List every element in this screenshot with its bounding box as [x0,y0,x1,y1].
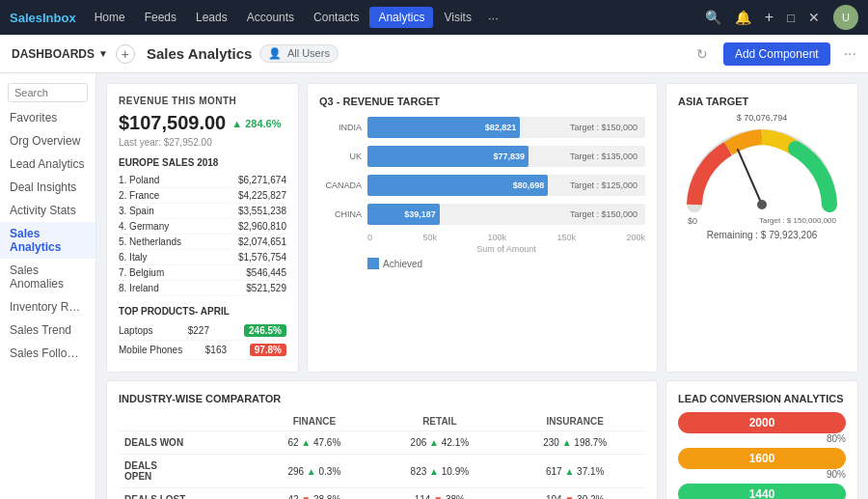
nav-home[interactable]: Home [86,7,134,28]
q3-card: Q3 - REVENUE TARGET INDIA $82,821 Target… [307,83,658,373]
sidebar-item-activity-stats[interactable]: Activity Stats [0,199,95,222]
avatar: U [833,5,858,30]
europe-list-item: 6. Italy$1,576,754 [119,250,286,265]
q3-bar-row: CANADA $80,698 Target : $125,000 [319,175,645,196]
refresh-button[interactable]: ↻ [696,46,708,62]
q3-bar-chart: INDIA $82,821 Target : $150,000 UK $77,8… [319,117,645,225]
bell-icon[interactable]: 🔔 [735,10,751,25]
industry-table-row: DEALS OPEN 296 ▲ 0.3% 823 ▲ 10.9% 617 ▲ … [119,455,645,488]
gauge-container [680,123,844,214]
add-dashboard-button[interactable]: + [116,44,135,64]
lead-card: LEAD CONVERSION ANALYTICS 200080%160090%… [665,380,858,499]
sidebar-search-input[interactable] [8,83,88,102]
lead-bar-item: 200080% [678,412,846,444]
revenue-change: ▲ 284.6% [231,118,281,129]
product-row: Laptops$227246.5% [119,321,286,341]
top-nav: SalesInbox Home Feeds Leads Accounts Con… [0,0,868,35]
sidebar-item-sales-analytics[interactable]: Sales Analytics [0,222,95,259]
row-2: INDUSTRY-WISE COMPARATOR FINANCE RETAIL … [106,380,858,499]
europe-list-item: 2. France$4,225,827 [119,188,286,204]
left-panel: REVENUE THIS MONTH $107,509.00 ▲ 284.6% … [106,83,299,373]
q3-title: Q3 - REVENUE TARGET [319,96,645,107]
europe-list: 1. Poland$6,271,6742. France$4,225,8273.… [119,173,286,296]
industry-table-row: DEALS LOST 42 ▼ 28.8% 114 ▼ 38% 104 ▼ 30… [119,488,645,500]
q3-y-label: Sum of Amount [367,244,645,254]
dashboards-button[interactable]: DASHBOARDS ▼ [12,47,108,61]
lead-bar-item: 160090% [678,448,846,480]
sidebar-item-inventory-reports[interactable]: Inventory Reports [0,295,95,319]
user-filter-icon: 👤 [268,47,282,59]
q3-bar-row: CHINA $39,187 Target : $150,000 [319,204,645,225]
lead-bars: 200080%160090%144075%1080 [678,412,846,499]
close-icon[interactable]: ✕ [808,10,820,25]
sidebar-item-sales-anomalies[interactable]: Sales Anomalies [0,259,95,295]
europe-list-item: 4. Germany$2,960,810 [119,219,286,235]
industry-card: INDUSTRY-WISE COMPARATOR FINANCE RETAIL … [106,380,658,499]
europe-list-item: 3. Spain$3,551,238 [119,204,286,219]
sidebar-item-sales-followup[interactable]: Sales Follow-up T [0,342,95,365]
sidebar: Favorites Org Overview Lead Analytics De… [0,73,96,499]
window-icon[interactable]: □ [787,11,795,25]
sidebar-item-favorites[interactable]: Favorites [0,106,95,129]
nav-contacts[interactable]: Contacts [305,7,367,28]
asia-top-label: $ 70,076,794 [678,113,846,123]
industry-table-row: DEALS WON 62 ▲ 47.6% 206 ▲ 42.1% 230 ▲ 1… [119,431,645,455]
sidebar-item-lead-analytics[interactable]: Lead Analytics [0,152,95,176]
search-icon[interactable]: 🔍 [705,10,721,25]
europe-list-item: 1. Poland$6,271,674 [119,173,286,188]
nav-feeds[interactable]: Feeds [136,7,185,28]
page-title: Sales Analytics [147,45,253,62]
user-filter-badge[interactable]: 👤 All Users [259,44,338,63]
top-products-title: TOP PRODUCTS- APRIL [119,306,286,317]
asia-remaining: Remaining : $ 79,923,206 [678,230,846,240]
lead-bar-item: 144075% [678,484,846,499]
nav-visits[interactable]: Visits [435,7,479,28]
asia-title: ASIA TARGET [678,96,846,107]
revenue-last-year: Last year: $27,952.00 [119,137,286,148]
industry-table: FINANCE RETAIL INSURANCE DEALS WON 62 ▲ … [119,412,645,499]
product-row: Mobile Phones$16397.8% [119,341,286,360]
toolbar: DASHBOARDS ▼ + Sales Analytics 👤 All Use… [0,35,868,73]
col-finance: FINANCE [254,412,374,431]
asia-card: ASIA TARGET $ 70,076,794 [665,83,858,373]
q3-x-axis: 050k100k150k200k [367,233,645,242]
svg-line-0 [738,150,762,205]
q3-legend: Achieved [367,258,645,269]
nav-more[interactable]: ··· [482,7,504,29]
col-insurance: INSURANCE [504,412,645,431]
svg-point-1 [757,200,767,209]
q3-bar-row: UK $77,839 Target : $135,000 [319,146,645,167]
top-products-list: Laptops$227246.5%Mobile Phones$16397.8% [119,321,286,360]
gauge-svg [680,123,844,214]
add-component-button[interactable]: Add Component [723,42,830,66]
nav-analytics[interactable]: Analytics [369,7,433,28]
add-icon[interactable]: + [765,9,773,26]
col-retail: RETAIL [374,412,504,431]
content-area: REVENUE THIS MONTH $107,509.00 ▲ 284.6% … [96,73,868,499]
industry-title: INDUSTRY-WISE COMPARATOR [119,393,645,404]
brand-logo: SalesInbox [10,11,76,25]
nav-leads[interactable]: Leads [187,7,236,28]
main-layout: Favorites Org Overview Lead Analytics De… [0,73,868,499]
revenue-amount: $107,509.00 ▲ 284.6% [119,112,286,134]
more-options-button[interactable]: ··· [844,45,856,63]
row-1: REVENUE THIS MONTH $107,509.00 ▲ 284.6% … [106,83,858,373]
gauge-axis-labels: $0 Target : $ 150,000,000 [678,216,846,226]
lead-conversion-title: LEAD CONVERSION ANALYTICS [678,393,846,404]
europe-title: EUROPE SALES 2018 [119,157,286,168]
dropdown-arrow: ▼ [98,48,108,59]
europe-list-item: 8. Ireland$521,529 [119,281,286,296]
sidebar-item-deal-insights[interactable]: Deal Insights [0,176,95,199]
europe-list-item: 7. Belgium$546,445 [119,265,286,281]
europe-list-item: 5. Netherlands$2,074,651 [119,235,286,250]
sidebar-item-org-overview[interactable]: Org Overview [0,129,95,152]
q3-bar-row: INDIA $82,821 Target : $150,000 [319,117,645,138]
revenue-section-title: REVENUE THIS MONTH [119,96,286,106]
sidebar-item-sales-trend[interactable]: Sales Trend [0,319,95,342]
nav-accounts[interactable]: Accounts [238,7,303,28]
